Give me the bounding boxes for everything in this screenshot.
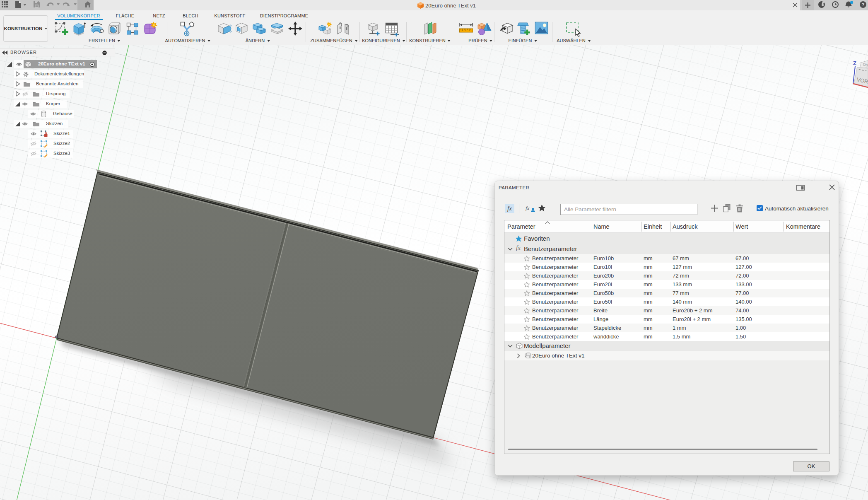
svg-text:Z: Z: [853, 60, 856, 66]
